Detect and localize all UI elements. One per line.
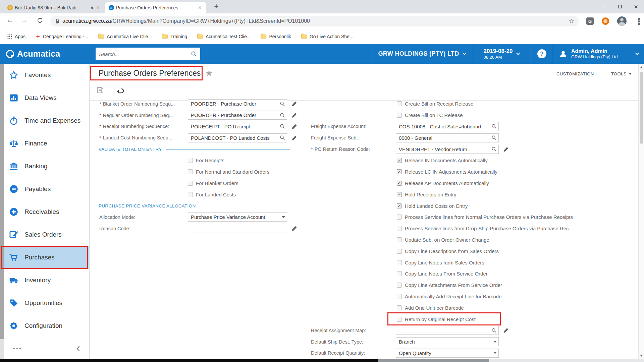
checkbox-row-highlighted[interactable]: ✓ Return by Original Receipt Cost: [310, 313, 518, 325]
tools-button[interactable]: TOOLS: [611, 71, 632, 76]
bookmark-folder-acumatica-live[interactable]: Acumatica Live Clie...: [98, 34, 152, 39]
checkbox[interactable]: ✓: [397, 283, 402, 288]
checkbox-row[interactable]: ✓ Release IN Documents Automatically: [310, 155, 518, 166]
sidebar-collapse-button[interactable]: [76, 346, 80, 352]
lookup-icon[interactable]: [491, 146, 497, 152]
checkbox[interactable]: ✓: [397, 317, 402, 322]
edit-pencil-icon[interactable]: [291, 101, 297, 107]
undo-button[interactable]: [116, 87, 124, 96]
address-bar[interactable]: acumatica.grw.co.za/GRWHoldings/Main?Com…: [50, 16, 579, 26]
checkbox-row[interactable]: ✓ Create Bill on Receipt Release: [310, 98, 518, 110]
lookup-icon[interactable]: [491, 135, 497, 140]
checkbox[interactable]: ✓: [397, 192, 402, 197]
checkbox[interactable]: ✓: [397, 158, 402, 163]
search-input[interactable]: [99, 51, 191, 57]
bookmark-folder-persoonlik[interactable]: Persoonlik: [261, 34, 291, 39]
close-tab-icon[interactable]: ×: [197, 4, 203, 11]
checkbox[interactable]: ✓: [397, 113, 402, 118]
tab-audio-icon[interactable]: [90, 5, 95, 10]
checkbox-row[interactable]: ✓ Copy Line Attachments From Service Ord…: [310, 280, 518, 291]
receipt-quantity-dropdown[interactable]: Open Quantity: [396, 349, 499, 358]
minimize-button[interactable]: [596, 0, 612, 13]
lookup-field[interactable]: POORDER - Purchase Order: [188, 99, 287, 108]
checkbox[interactable]: ✓: [397, 203, 402, 208]
checkbox-row[interactable]: ✓ Release LC IN Adjustments Automaticall…: [310, 166, 518, 178]
sidebar-item-banking[interactable]: Banking: [4, 155, 89, 178]
checkbox-row[interactable]: ✓ Process Service lines from Normal Purc…: [310, 212, 518, 223]
checkbox[interactable]: ✓: [397, 101, 402, 106]
sidebar-item-opportunities[interactable]: Opportunities: [4, 292, 89, 314]
checkbox[interactable]: ✓: [397, 260, 402, 265]
browser-menu-icon[interactable]: ⦁⦁⦁: [636, 17, 642, 25]
bookmark-star-icon[interactable]: ☆: [569, 17, 574, 25]
bookmark-apps[interactable]: Apps: [7, 34, 25, 39]
business-date-selector[interactable]: 2019-08-20 08:26 AM: [473, 44, 531, 64]
ship-dest-type-dropdown[interactable]: Branch: [396, 337, 499, 346]
checkbox-row[interactable]: ✓ Add One Unit per Barcode: [310, 302, 518, 313]
checkbox-row[interactable]: ✓ Automatically Add Receipt Line for Bar…: [310, 291, 518, 302]
checkbox[interactable]: ✓: [397, 169, 402, 174]
sidebar-item-data-views[interactable]: Data Views: [4, 86, 89, 109]
new-tab-button[interactable]: +: [211, 1, 221, 11]
g-extension-icon[interactable]: G: [586, 17, 594, 25]
sidebar-item-favorites[interactable]: Favorites: [4, 64, 89, 86]
sidebar-item-time-expenses[interactable]: Time and Expenses: [4, 109, 89, 132]
checkbox-row[interactable]: ✓ For Normal and Standard Orders: [99, 166, 300, 178]
freight-expense-sub-field[interactable]: 0000 - General: [396, 133, 499, 142]
checkbox[interactable]: ✓: [397, 237, 402, 242]
sidebar-item-inventory[interactable]: Inventory: [4, 269, 89, 292]
browser-tab-radio[interactable]: Bok Radio 98.9fm – Bok Radi ×: [4, 2, 104, 13]
edit-pencil-icon[interactable]: [503, 327, 509, 333]
profile-avatar[interactable]: [617, 16, 627, 26]
lookup-field[interactable]: POLANDCOST - PO Landed Costs: [188, 133, 287, 142]
sidebar-item-sales-orders[interactable]: Sales Orders: [4, 223, 89, 246]
close-tab-icon[interactable]: ×: [95, 4, 101, 11]
sidebar-item-finance[interactable]: Finance: [4, 132, 89, 155]
edit-pencil-icon[interactable]: [291, 226, 297, 231]
save-button[interactable]: [96, 86, 104, 96]
edit-pencil-icon[interactable]: [291, 112, 297, 118]
bookmark-cengage[interactable]: Cengage Learning -...: [36, 34, 88, 39]
company-selector[interactable]: GRW HOLDINGS (PTY) LTD: [372, 44, 473, 64]
scroll-up-arrow[interactable]: [640, 66, 643, 68]
checkbox[interactable]: ✓: [397, 271, 402, 276]
bookmark-folder-training[interactable]: Training: [162, 34, 187, 39]
checkbox[interactable]: ✓: [188, 192, 193, 197]
user-menu[interactable]: Admin, Admin GRW Holdings (Pty) Ltd: [553, 44, 644, 64]
checkbox-row[interactable]: ✓ Create Bill on LC Release: [310, 110, 518, 121]
reason-code-field[interactable]: [188, 224, 287, 233]
help-button[interactable]: ?: [531, 44, 553, 64]
lookup-icon[interactable]: [280, 124, 285, 129]
customization-button[interactable]: CUSTOMIZATION: [556, 71, 594, 76]
browser-tab-active[interactable]: a Purchase Orders Preferences ×: [105, 2, 206, 13]
checkbox[interactable]: ✓: [188, 181, 193, 186]
maximize-button[interactable]: [612, 0, 628, 13]
lookup-field[interactable]: POORDER - Purchase Order: [188, 111, 287, 120]
bookmark-folder-go-live[interactable]: Go Live Action She...: [301, 34, 354, 39]
back-button[interactable]: ←: [5, 16, 15, 24]
lookup-icon[interactable]: [491, 328, 497, 333]
scroll-down-arrow[interactable]: [640, 355, 643, 357]
vertical-scrollbar[interactable]: [638, 64, 644, 359]
freight-expense-account-field[interactable]: COS-10008 - Cost of Sales>Inbound: [396, 122, 499, 131]
receipt-assignment-map-field[interactable]: [396, 326, 499, 335]
sidebar-item-payables[interactable]: Payables: [4, 178, 89, 200]
lock-icon[interactable]: [55, 18, 60, 24]
checkbox-row[interactable]: ✓ Hold Landed Costs on Entry: [310, 200, 518, 212]
checkbox[interactable]: ✓: [397, 305, 402, 310]
allocation-mode-dropdown[interactable]: Purchase Price Variance Account: [188, 213, 287, 222]
checkbox-row[interactable]: ✓ Copy Line Notes From Service Order: [310, 268, 518, 280]
checkbox-row[interactable]: ✓ Hold Receipts on Entry: [310, 189, 518, 200]
checkbox[interactable]: ✓: [188, 169, 193, 174]
checkbox[interactable]: ✓: [397, 226, 402, 231]
checkbox-row[interactable]: ✓ Release AP Documents Automatically: [310, 178, 518, 189]
refresh-button[interactable]: [35, 17, 45, 25]
sidebar-more-button[interactable]: •••: [13, 345, 22, 352]
orange-extension-icon[interactable]: [602, 17, 609, 25]
checkbox[interactable]: ✓: [397, 215, 402, 220]
lookup-icon[interactable]: [280, 135, 285, 140]
forward-button[interactable]: →: [19, 16, 30, 24]
lookup-icon[interactable]: [280, 101, 285, 107]
scrollbar-thumb[interactable]: [640, 72, 643, 144]
checkbox-row[interactable]: ✓ For Landed Costs: [99, 189, 300, 200]
